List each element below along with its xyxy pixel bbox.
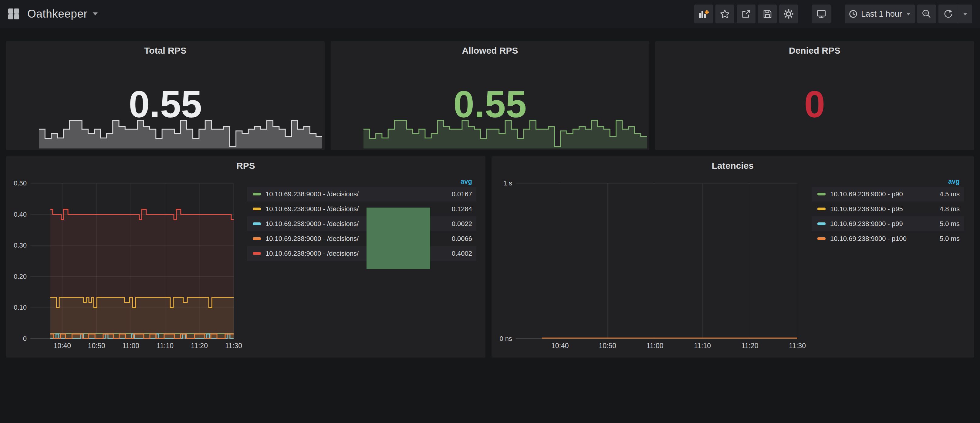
refresh-button[interactable]: [939, 5, 958, 23]
y-tick-label: 0.20: [14, 273, 27, 280]
y-tick-label: 0.10: [14, 304, 27, 312]
chevron-down-icon: [906, 13, 910, 16]
series-color-swatch[interactable]: [253, 237, 261, 240]
x-tick-label: 10:50: [88, 342, 105, 350]
legend-row: 10.10.69.238:9000 - /decisions/0.1284: [247, 201, 476, 216]
latencies-plot-area[interactable]: [516, 183, 797, 339]
save-icon: [762, 9, 772, 19]
panel-total-rps: Total RPS 0.55: [6, 41, 325, 150]
panel-title[interactable]: RPS: [6, 161, 485, 171]
y-tick-label: 0.50: [14, 179, 27, 187]
chevron-down-icon: [963, 13, 967, 16]
refresh-interval-button[interactable]: [958, 5, 972, 23]
settings-button[interactable]: [779, 5, 798, 23]
series-color-swatch[interactable]: [253, 252, 261, 255]
series-avg-value: 4.5 ms: [940, 190, 960, 198]
y-tick-label: 0.30: [14, 241, 27, 249]
total-rps-sparkline: [39, 113, 322, 149]
y-axis-labels: 1 s0 ns: [492, 183, 512, 339]
refresh-icon: [943, 9, 953, 19]
refresh-split-button: [939, 5, 972, 23]
series-label[interactable]: 10.10.69.238:9000 - p95: [830, 205, 936, 213]
y-axis-labels: 0.500.400.300.200.100: [6, 183, 27, 339]
cycle-view-button[interactable]: [812, 5, 831, 23]
legend-row: 10.10.69.238:9000 - p995.0 ms: [811, 216, 964, 231]
series-label[interactable]: 10.10.69.238:9000 - /decisions/: [266, 190, 448, 198]
y-tick-label: 0 ns: [500, 335, 512, 343]
panel-title[interactable]: Latencies: [492, 161, 974, 171]
navbar-actions: Last 1 hour: [692, 5, 972, 23]
series-color-swatch[interactable]: [253, 193, 261, 195]
add-panel-icon: [698, 9, 709, 19]
x-axis-labels: 10:4010:5011:0011:1011:2011:30: [30, 341, 234, 351]
series-avg-value: 0.0066: [452, 235, 472, 243]
stat-value: 0: [655, 86, 974, 123]
series-avg-value: 0.0022: [452, 220, 472, 228]
x-tick-label: 10:50: [599, 342, 616, 350]
x-tick-label: 11:20: [741, 342, 759, 350]
x-tick-label: 10:40: [53, 342, 71, 350]
series-avg-value: 5.0 ms: [940, 235, 960, 243]
save-button[interactable]: [758, 5, 777, 23]
latencies-legend: avg10.10.69.238:9000 - p904.5 ms10.10.69…: [811, 177, 964, 246]
legend-row: 10.10.69.238:9000 - /decisions/0.0167: [247, 187, 476, 201]
chevron-down-icon: [93, 13, 98, 16]
legend-row: 10.10.69.238:9000 - p904.5 ms: [811, 187, 964, 201]
dashboard-title: Oathkeeper: [27, 8, 88, 20]
series-avg-value: 4.8 ms: [940, 205, 960, 213]
x-tick-label: 11:30: [789, 342, 806, 350]
x-tick-label: 11:10: [694, 342, 711, 350]
series-avg-value: 0.1284: [452, 205, 472, 213]
x-tick-label: 10:40: [551, 342, 569, 350]
series-avg-value: 5.0 ms: [940, 220, 960, 228]
star-button[interactable]: [716, 5, 734, 23]
x-tick-label: 11:10: [157, 342, 173, 350]
panel-title[interactable]: Total RPS: [6, 46, 325, 56]
panel-title[interactable]: Denied RPS: [655, 46, 974, 56]
series-avg-value: 0.0167: [452, 190, 472, 198]
y-tick-label: 1 s: [503, 179, 512, 187]
y-tick-label: 0: [23, 335, 27, 343]
legend-avg-header: avg: [247, 177, 476, 187]
series-label[interactable]: 10.10.69.238:9000 - p100: [830, 235, 936, 243]
x-tick-label: 11:00: [122, 342, 139, 350]
legend-row: 10.10.69.238:9000 - p1005.0 ms: [811, 231, 964, 246]
grafana-dashboard: Oathkeeper: [0, 0, 980, 423]
series-color-swatch[interactable]: [253, 222, 261, 225]
series-color-swatch[interactable]: [818, 222, 826, 225]
legend-overlay-artifact: [366, 208, 430, 269]
rps-legend: avg10.10.69.238:9000 - /decisions/0.0167…: [247, 177, 476, 261]
x-axis-labels: 10:4010:5011:0011:1011:2011:30: [516, 341, 797, 351]
gear-icon: [783, 9, 794, 19]
monitor-icon: [816, 9, 826, 19]
series-color-swatch[interactable]: [818, 208, 826, 210]
navbar: Oathkeeper: [0, 0, 980, 28]
legend-row: 10.10.69.238:9000 - /decisions/0.0022: [247, 216, 476, 231]
x-tick-label: 11:20: [191, 342, 208, 350]
zoom-out-button[interactable]: [917, 5, 936, 23]
series-label[interactable]: 10.10.69.238:9000 - p90: [830, 190, 936, 198]
panel-allowed-rps: Allowed RPS 0.55: [331, 41, 649, 150]
star-icon: [720, 9, 730, 19]
panel-rps-graph: RPS 0.500.400.300.200.100 10:4010:5011:0…: [6, 156, 485, 358]
series-color-swatch[interactable]: [818, 193, 826, 195]
share-button[interactable]: [737, 5, 756, 23]
rps-plot-area[interactable]: [30, 183, 234, 339]
y-tick-label: 0.40: [14, 211, 27, 219]
share-icon: [741, 9, 751, 19]
legend-row: 10.10.69.238:9000 - p954.8 ms: [811, 201, 964, 216]
dashboard-title-button[interactable]: Oathkeeper: [27, 8, 98, 20]
panel-title[interactable]: Allowed RPS: [331, 46, 649, 56]
time-range-button[interactable]: Last 1 hour: [845, 5, 915, 23]
clock-icon: [849, 10, 858, 18]
series-color-swatch[interactable]: [253, 208, 261, 210]
panel-latencies-graph: Latencies 1 s0 ns 10:4010:5011:0011:1011…: [492, 156, 974, 358]
x-tick-label: 11:00: [647, 342, 663, 350]
dashboards-grid-icon: [8, 8, 19, 20]
panel-denied-rps: Denied RPS 0: [655, 41, 974, 150]
legend-row: 10.10.69.238:9000 - /decisions/0.4002: [247, 246, 476, 261]
series-label[interactable]: 10.10.69.238:9000 - p99: [830, 220, 936, 228]
add-panel-button[interactable]: [694, 5, 713, 23]
allowed-rps-sparkline: [363, 113, 647, 149]
series-color-swatch[interactable]: [818, 237, 826, 240]
